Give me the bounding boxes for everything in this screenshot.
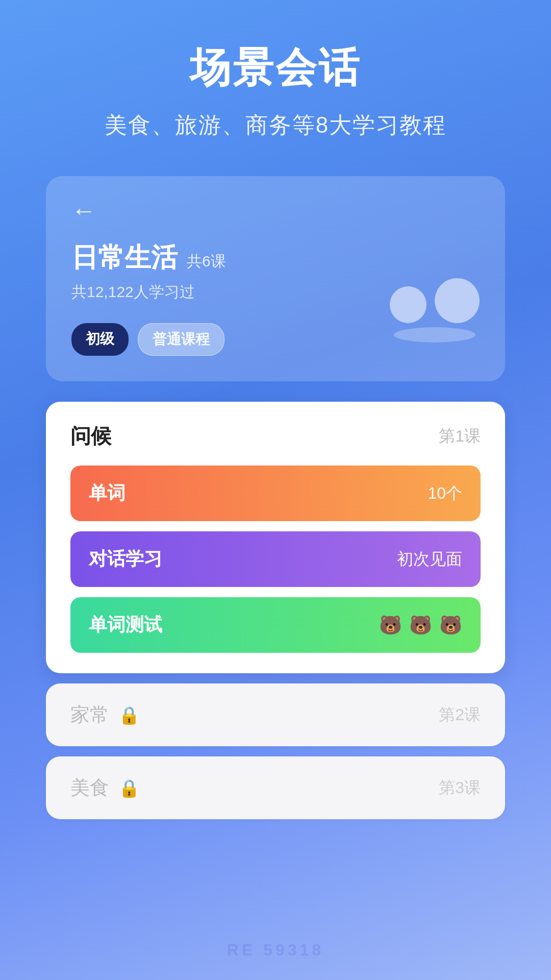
bear-icon-1: 🐻 [379,615,402,636]
tag-beginner[interactable]: 初级 [71,323,129,356]
lock-icon-2: 🔒 [118,705,140,725]
dialog-value: 初次见面 [397,548,462,571]
page-header: 场景会话 美食、旅游、商务等8大学习教程 [0,0,551,161]
bear-icon-3: 🐻 [439,615,462,636]
vocab-value: 10个 [428,482,462,505]
sub-item-dialog[interactable]: 对话学习 初次见面 [70,531,481,587]
deco-circle-right [435,278,480,323]
bear-icon-2: 🐻 [409,615,432,636]
lesson-card-active[interactable]: 问候 第1课 单词 10个 对话学习 初次见面 单词测试 🐻 🐻 🐻 [46,402,505,673]
page-subtitle: 美食、旅游、商务等8大学习教程 [0,110,551,140]
lessons-list: 问候 第1课 单词 10个 对话学习 初次见面 单词测试 🐻 🐻 🐻 家常 🔒 [46,402,505,850]
sub-item-test[interactable]: 单词测试 🐻 🐻 🐻 [70,597,481,653]
deco-circle-left [390,286,427,323]
lesson-card-locked-2: 家常 🔒 第2课 [46,683,505,746]
locked-name-3: 美食 [70,775,109,801]
lesson-active-header: 问候 第1课 [70,422,481,450]
page-title: 场景会话 [0,41,551,96]
course-info-card: ← 日常生活 共6课 共12,122人学习过 初级 普通课程 [46,176,505,381]
lesson-active-number: 第1课 [439,425,481,448]
locked-name-2: 家常 [70,702,109,728]
back-button[interactable]: ← [71,197,96,225]
test-label: 单词测试 [89,612,162,638]
deco-circle-shadow [394,327,475,342]
lock-icon-3: 🔒 [118,778,140,798]
decoration-circles [390,278,480,342]
watermark: RE 59318 [0,941,551,960]
vocab-label: 单词 [89,481,126,506]
locked-number-2: 第2课 [439,704,481,726]
course-title: 日常生活 [71,240,178,276]
locked-left-3: 美食 🔒 [70,775,140,801]
locked-number-3: 第3课 [439,777,481,799]
lesson-card-locked-3: 美食 🔒 第3课 [46,756,505,819]
course-title-row: 日常生活 共6课 [71,240,480,276]
locked-left-2: 家常 🔒 [70,702,140,728]
lesson-active-name: 问候 [70,422,111,450]
tag-normal[interactable]: 普通课程 [138,323,224,356]
course-count: 共6课 [187,251,226,272]
bear-icons: 🐻 🐻 🐻 [379,615,462,636]
dialog-label: 对话学习 [89,547,162,572]
sub-item-vocab[interactable]: 单词 10个 [70,465,481,521]
